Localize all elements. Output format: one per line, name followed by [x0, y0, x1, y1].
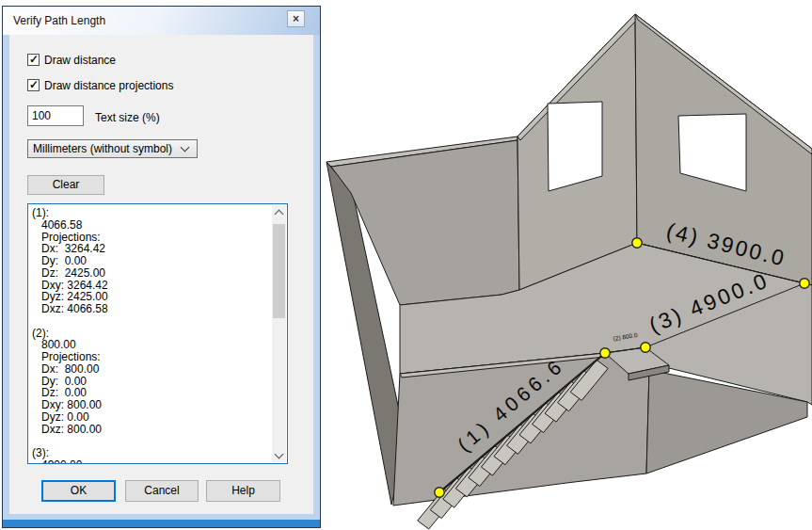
dialog-titlebar[interactable]: Verify Path Length ×	[3, 7, 320, 35]
list-line	[32, 435, 270, 447]
list-line: Dxy: 800.00	[32, 399, 270, 411]
cancel-button[interactable]: Cancel	[125, 480, 199, 502]
results-scrollbar[interactable]	[272, 205, 286, 462]
text-size-input[interactable]	[27, 105, 84, 126]
draw-distance-checkbox[interactable]: ✓	[27, 54, 40, 66]
close-icon: ×	[293, 12, 299, 25]
chevron-down-icon	[181, 143, 190, 153]
list-line: Dyz: 0.00	[32, 411, 270, 424]
window-middle	[548, 102, 602, 191]
path-vertex-2	[600, 348, 610, 358]
results-list[interactable]: (1): 4066.58 Projections: Dx: 3264.42 Dy…	[27, 203, 288, 464]
verify-path-length-dialog: Verify Path Length × ✓ Draw distance ✓ D…	[2, 6, 321, 528]
dialog-bottom-border	[3, 520, 320, 527]
close-button[interactable]: ×	[287, 10, 305, 27]
list-line: Dz: 2425.00	[32, 267, 270, 280]
scroll-down-icon	[275, 450, 284, 459]
results-lines: (1): 4066.58 Projections: Dx: 3264.42 Dy…	[32, 207, 270, 464]
checkmark-icon: ✓	[29, 53, 39, 66]
draw-distance-label: Draw distance	[44, 54, 116, 67]
list-line: Dx: 800.00	[32, 363, 270, 376]
path-vertex-1	[435, 488, 444, 497]
scrollbar-thumb[interactable]	[273, 224, 285, 318]
list-line: Dxz: 800.00	[32, 424, 270, 436]
path-vertex-4	[800, 279, 809, 288]
list-line	[32, 315, 270, 328]
draw-projections-label: Draw distance projections	[44, 79, 173, 92]
list-line: Projections:	[32, 351, 270, 363]
list-line: 4900.00	[32, 459, 270, 464]
dialog-client-area: ✓ Draw distance ✓ Draw distance projecti…	[9, 35, 313, 514]
help-button[interactable]: Help	[206, 480, 280, 502]
list-line: 4066.58	[32, 219, 270, 232]
draw-projections-checkbox[interactable]: ✓	[27, 79, 40, 91]
checkmark-icon: ✓	[29, 78, 39, 91]
scrollbar-up-button[interactable]	[272, 205, 286, 219]
scrollbar-down-button[interactable]	[272, 448, 286, 462]
list-line: Dy: 0.00	[32, 255, 270, 267]
clear-button[interactable]: Clear	[27, 175, 104, 195]
path-vertex-5	[632, 238, 642, 248]
dialog-title: Verify Path Length	[13, 7, 105, 35]
units-dropdown[interactable]: Millimeters (without symbol)	[27, 139, 198, 158]
list-line: (1):	[32, 207, 270, 219]
units-selected-value: Millimeters (without symbol)	[33, 142, 172, 155]
ok-button[interactable]: OK	[41, 480, 116, 502]
scroll-up-icon	[275, 210, 284, 219]
list-line: (3):	[32, 447, 270, 459]
text-size-label: Text size (%)	[95, 111, 160, 124]
list-line: Dxz: 4066.58	[32, 303, 270, 315]
path-vertex-3	[641, 343, 650, 352]
